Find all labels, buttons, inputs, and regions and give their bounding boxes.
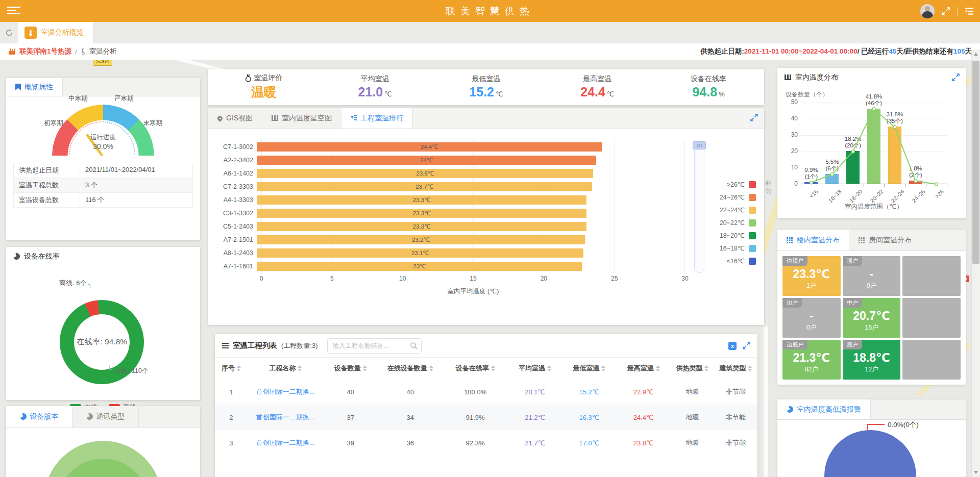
legend-item[interactable]: 20~22℃ [720,216,756,229]
legend-item[interactable]: <16℃ [720,255,756,267]
project-name-link[interactable]: 首创国际一二期换... [248,413,324,422]
tab-room-temp[interactable]: 房间室温分布 [849,230,921,250]
menu-toggle-icon[interactable] [7,5,20,16]
column-header-5[interactable]: 平均室温 [508,364,562,373]
column-label: 在线设备数量 [387,364,427,373]
sort-icon[interactable] [656,365,660,371]
building-cell[interactable]: 边顶户23.3℃1户 [782,256,841,296]
ranking-bar[interactable]: 23℃ [257,262,582,271]
fullscreen-icon[interactable] [942,7,950,15]
dist-bar[interactable] [888,127,901,184]
data-zoom-slider[interactable] [694,142,704,273]
map-road [764,327,768,477]
project-name-link[interactable]: 首创国际一二期换... [248,387,324,396]
scroll-down-arrow[interactable] [974,471,978,474]
ranking-bar[interactable]: 23.1℃ [257,248,583,258]
column-header-0[interactable]: 序号 [215,364,248,373]
building-cell[interactable]: 边户-0户 [782,298,841,338]
ranking-bar[interactable]: 23.2℃ [257,235,585,244]
column-label: 建筑类型 [719,364,746,373]
sort-asc-icon [547,365,551,368]
ranking-bar[interactable]: 24℃ [257,156,596,165]
building-cell[interactable]: 顶户-0户 [843,256,901,296]
sort-icon[interactable] [601,365,605,371]
sort-icon[interactable] [748,365,752,371]
building-cell[interactable]: 中户20.7℃15户 [843,298,901,338]
tab-overview-properties[interactable]: 概览属性 [6,78,63,96]
ranking-bar[interactable]: 23.3℃ [257,195,586,205]
column-header-3[interactable]: 在线设备数量 [378,364,443,373]
tab-comm-type[interactable]: 通讯类型 [72,406,139,427]
column-header-2[interactable]: 设备数量 [324,364,378,373]
sort-icon[interactable] [491,365,495,371]
legend-item[interactable]: 18~20℃ [720,229,756,242]
column-header-1[interactable]: 工程名称 [248,364,324,373]
sort-icon[interactable] [547,365,551,371]
column-header-4[interactable]: 设备在线率 [443,364,508,373]
sort-icon[interactable] [429,365,433,371]
count-label: (1个) [804,173,818,180]
alarm-pie[interactable] [824,430,916,477]
days-running: 45 [889,47,896,55]
dist-bar[interactable] [867,109,880,184]
ranking-xaxis-label: 室内平均温度 (℃) [261,287,685,296]
cell-household-count: 82户 [782,365,841,374]
tab-sort-amount[interactable]: 工程室温排行 [341,108,413,129]
expand-icon[interactable] [743,342,750,349]
legend-item[interactable]: >26℃ [720,178,756,191]
ranking-bar[interactable]: 23.7℃ [257,182,592,191]
tab-location-pin[interactable]: GIS视图 [208,108,262,129]
sort-icon[interactable] [237,365,241,371]
tab-temp-alarm[interactable]: 室内温度高低温报警 [777,399,871,419]
project-name-link[interactable]: 首创国际一二期换... [248,438,324,447]
sort-icon[interactable] [363,365,367,371]
breadcrumb-source-link[interactable]: 联美浑南1号热源 [19,47,71,56]
expand-icon[interactable] [952,73,960,81]
axis-tick [926,184,926,187]
building-cell[interactable] [902,256,961,296]
ranking-category-label: A7-2-1501 [208,236,257,243]
legend-item[interactable]: 24~26℃ [720,191,756,204]
legend-item[interactable]: 16~18℃ [720,242,756,255]
column-header-9[interactable]: 建筑类型 [714,364,757,373]
search-icon[interactable] [410,342,418,349]
dist-bar[interactable] [846,151,860,184]
dist-bar[interactable] [804,182,818,184]
tab-label: 工程室温排行 [360,114,403,123]
tab-device-version[interactable]: 设备版本 [6,406,72,427]
scrollbar-thumb[interactable] [972,61,979,264]
data-zoom-handle[interactable] [693,141,706,149]
tab-building-temp[interactable]: 楼内室温分布 [777,230,849,250]
building-cell[interactable]: 底户18.8℃12户 [843,340,901,380]
building-cell[interactable] [902,298,961,338]
ranking-bar[interactable]: 23.8℃ [257,169,593,178]
dist-bar[interactable] [909,181,922,184]
sort-desc-icon [601,369,605,371]
page-scrollbar[interactable] [971,49,980,477]
project-search-input[interactable] [327,338,422,354]
ranking-bar[interactable]: 23.3℃ [257,222,586,231]
expand-icon[interactable] [750,114,758,121]
cell-tag: 顶户 [843,256,862,266]
yaxis-tick: 30 [791,131,798,138]
tab-room-temp-overview[interactable]: 室温分析概览 [18,22,93,43]
building-cell[interactable]: 边底户21.3℃82户 [782,340,841,380]
menu-unfold-icon[interactable] [965,7,974,15]
export-excel-icon[interactable]: x [728,342,737,350]
column-header-8[interactable]: 供热类型 [671,364,714,373]
grid-icon [859,237,860,239]
ranking-bar[interactable]: 23.3℃ [257,209,586,218]
ranking-bar[interactable]: 24.4℃ [257,142,602,152]
building-cell[interactable] [902,340,961,380]
legend-item[interactable]: 22~24℃ [720,204,756,216]
dist-bar[interactable] [825,174,839,184]
scroll-up-arrow[interactable] [974,53,978,56]
table-cell: 17.0℃ [562,439,616,447]
column-header-6[interactable]: 最低室温 [562,364,616,373]
sort-icon[interactable] [704,365,708,371]
refresh-icon[interactable] [5,29,13,37]
column-header-7[interactable]: 最高室温 [617,364,671,373]
sort-icon[interactable] [298,365,302,371]
tab-bar-chart[interactable]: 室内温度星空图 [262,108,341,129]
user-avatar[interactable] [920,4,935,18]
